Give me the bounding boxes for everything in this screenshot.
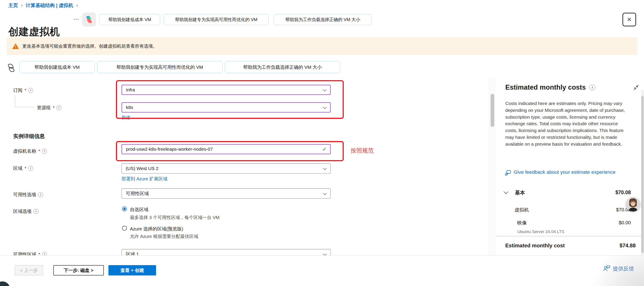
chevron-down-icon xyxy=(323,166,327,171)
subscription-info-icon[interactable]: i xyxy=(28,88,33,93)
resource-group-info-icon[interactable]: i xyxy=(56,105,62,110)
create-new-resource-group-link[interactable]: 新建 xyxy=(122,115,130,121)
copilot-chip-right-size[interactable]: 帮助我为工作负载选择正确的 VM 大小 xyxy=(274,14,372,25)
cost-panel-info-icon[interactable]: i xyxy=(589,85,595,91)
zone-option-self-select-desc: 最多选择 3 个可用性区域，每个区域一台 VM xyxy=(130,214,220,220)
copilot-chip-high-availability-2[interactable]: 帮助我创建专为实现高可用性而优化的 VM xyxy=(97,61,222,73)
availability-options-label: 可用性选项 i xyxy=(13,192,43,198)
cost-vm-row: 虚拟机 xyxy=(514,207,529,213)
subscription-label: 订阅* i xyxy=(13,87,33,93)
cost-image-row: 映像 xyxy=(517,220,527,226)
cost-total-label: Estimated monthly cost xyxy=(505,242,565,249)
subscription-dropdown[interactable]: infra xyxy=(122,85,330,95)
resource-group-value: k8s xyxy=(126,105,133,110)
zone-options-info-icon[interactable]: i xyxy=(33,209,38,214)
breadcrumb: 主页 › 计算基础结构 | 虚拟机 › xyxy=(8,2,78,9)
feedback-bubbles-icon xyxy=(505,170,511,177)
region-label: 区域* i xyxy=(13,165,33,171)
required-asterisk: * xyxy=(24,166,26,171)
more-options-button[interactable]: … xyxy=(73,14,79,21)
copilot-icon[interactable] xyxy=(82,13,96,27)
zone-option-azure-select-desc: 允许 Azure 根据需要分配最佳区域 xyxy=(130,233,198,239)
breadcrumb-section-link[interactable]: 计算基础结构 | 虚拟机 xyxy=(26,2,73,9)
region-info-icon[interactable]: i xyxy=(28,166,33,171)
radio-selected-icon[interactable] xyxy=(122,206,127,211)
copilot-logo-icon xyxy=(85,16,94,24)
annotation-note: 按照规范 xyxy=(351,147,374,154)
divider xyxy=(496,236,641,236)
availability-options-value: 可用性区域 xyxy=(126,190,149,197)
cost-disclaimer: Costs indicated here are estimates only.… xyxy=(505,100,629,148)
cost-group-row[interactable]: 基本 xyxy=(504,189,525,196)
radio-selected-label: 自选区域 xyxy=(130,206,148,213)
chevron-right-icon: › xyxy=(21,3,22,8)
chevron-right-icon: › xyxy=(76,3,78,8)
required-asterisk: * xyxy=(38,148,40,154)
close-button[interactable]: ✕ xyxy=(622,13,636,26)
copilot-chip-right-size-2[interactable]: 帮助我为工作负载选择正确的 VM 大小 xyxy=(225,61,340,73)
availability-options-dropdown[interactable]: 可用性区域 xyxy=(122,188,330,199)
floating-button-cutoff[interactable] xyxy=(0,281,10,286)
vm-name-input[interactable]: prod-usw2-k8s-freeleaps-worker-nodes-07 … xyxy=(122,144,330,154)
panel-scrollbar-thumb[interactable] xyxy=(641,96,644,253)
vm-name-label: 虚拟机名称* i xyxy=(13,148,47,154)
copilot-chip-low-cost[interactable]: 帮助我创建低成本 VM xyxy=(100,14,160,25)
collapse-panel-icon[interactable] xyxy=(633,84,639,91)
cost-total-value: $74.88 xyxy=(596,242,636,249)
next-disks-button[interactable]: 下一步: 磁盘 > xyxy=(53,265,104,275)
estimate-feedback-link[interactable]: Give feedback about your estimate experi… xyxy=(505,169,619,177)
zone-option-azure-select[interactable]: Azure 选择的区域(预览版) xyxy=(122,226,183,232)
deploy-edge-zone-link[interactable]: 部署到 Azure 扩展区域 xyxy=(122,176,167,182)
radio-unselected-label: Azure 选择的区域(预览版) xyxy=(130,226,183,232)
footer-bar: < 上一步 下一步: 磁盘 > 查看 + 创建 提供反馈 xyxy=(0,255,644,286)
zone-option-self-select[interactable]: 自选区域 xyxy=(122,206,148,213)
required-asterisk: * xyxy=(53,105,55,110)
required-asterisk: * xyxy=(24,88,26,93)
previous-button[interactable]: < 上一步 xyxy=(15,265,43,275)
resource-group-dropdown[interactable]: k8s xyxy=(122,102,330,112)
availability-options-info-icon[interactable]: i xyxy=(38,192,43,197)
copilot-chip-high-availability[interactable]: 帮助我创建专为实现高可用性而优化的 VM xyxy=(164,14,269,25)
region-dropdown[interactable]: (US) West US 2 xyxy=(122,163,330,174)
review-create-button[interactable]: 查看 + 创建 xyxy=(108,265,156,275)
cost-vm-value: $70.08 xyxy=(591,207,631,213)
close-icon: ✕ xyxy=(627,16,632,23)
cost-image-value: $0.00 xyxy=(591,220,631,226)
cost-panel-title: Estimated monthly costs i xyxy=(505,84,595,91)
region-value: (US) West US 2 xyxy=(126,166,158,171)
page-title: 创建虚拟机 xyxy=(8,25,60,39)
resource-group-label: 资源组* i xyxy=(37,105,62,111)
valid-check-icon: ✓ xyxy=(322,146,326,152)
cost-image-sub: Ubuntu Server 24.04 LTS xyxy=(517,229,564,234)
warning-text: 更改基本选项可能会重置所做的选择。创建虚拟机前查看所有选项。 xyxy=(22,43,158,49)
copilot-chip-low-cost-2[interactable]: 帮助我创建低成本 VM xyxy=(19,61,95,73)
create-vm-page: 主页 › 计算基础结构 | 虚拟机 › 创建虚拟机 … 帮助我创建低成本 VM … xyxy=(0,0,644,286)
chevron-down-icon xyxy=(504,191,508,195)
avatar[interactable] xyxy=(626,197,640,211)
cost-group-value: $70.08 xyxy=(591,190,631,195)
vm-name-info-icon[interactable]: i xyxy=(42,149,47,154)
chevron-down-icon xyxy=(323,87,326,93)
tree-connector xyxy=(15,95,34,107)
warning-banner: ! 更改基本选项可能会重置所做的选择。创建虚拟机前查看所有选项。 xyxy=(6,37,638,55)
zone-options-label: 区域选项 i xyxy=(13,208,38,214)
corner-shadow xyxy=(580,255,644,286)
breadcrumb-home-link[interactable]: 主页 xyxy=(8,2,18,9)
radio-unselected-icon[interactable] xyxy=(122,226,127,231)
main-scrollbar-thumb[interactable] xyxy=(490,94,494,127)
copilot-outline-icon xyxy=(6,63,16,73)
cost-panel: Estimated monthly costs i Costs indicate… xyxy=(496,77,644,255)
subscription-value: infra xyxy=(126,87,135,93)
vm-name-value: prod-usw2-k8s-freeleaps-worker-nodes-07 xyxy=(126,147,213,152)
instance-details-heading: 实例详细信息 xyxy=(13,133,45,140)
warning-icon: ! xyxy=(12,43,19,49)
chevron-down-icon xyxy=(323,191,327,196)
chevron-down-icon xyxy=(323,105,326,110)
